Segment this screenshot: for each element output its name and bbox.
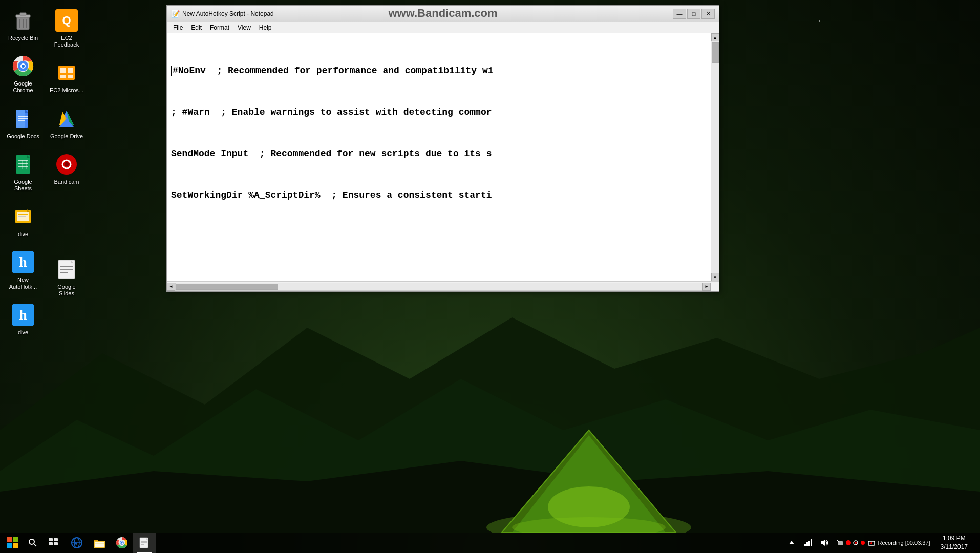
scroll-right-arrow[interactable]: ► xyxy=(702,283,711,291)
google-sheets-label: Google Sheets xyxy=(6,179,40,192)
text-line-1: #NoEnv ; Recommended for performance and… xyxy=(171,64,715,78)
svg-rect-60 xyxy=(7,537,12,542)
desktop-icon-google-docs[interactable]: Google Docs xyxy=(3,103,44,143)
recording-text: Recording [00:03:37] xyxy=(878,540,930,546)
desktop-icon-google-slides[interactable]: dive xyxy=(3,201,44,241)
taskbar-apps: e xyxy=(66,533,156,553)
svg-rect-25 xyxy=(18,120,25,121)
svg-rect-30 xyxy=(18,166,28,167)
notepad-window-icon: 📝 xyxy=(171,10,179,18)
google-chrome-label: Google Chrome xyxy=(6,80,40,94)
notepad-text[interactable]: #NoEnv ; Recommended for performance and… xyxy=(167,33,719,281)
desktop: Recycle Bin Google Chrome xyxy=(0,0,980,553)
desktop-icon-ec2-micros[interactable]: EC2 Micros... xyxy=(46,57,87,97)
menu-view[interactable]: View xyxy=(233,23,255,32)
desktop-icon-recycle-bin[interactable]: Recycle Bin xyxy=(3,5,44,45)
dive2-icon: h xyxy=(11,303,35,327)
svg-rect-37 xyxy=(18,216,26,217)
desktop-icon-ec2-feedback[interactable]: Q EC2 Feedback xyxy=(46,5,87,51)
dive2-label: dive xyxy=(18,329,28,336)
network-icon[interactable] xyxy=(800,533,816,553)
svg-rect-68 xyxy=(49,542,53,545)
scroll-up-arrow[interactable]: ▲ xyxy=(711,33,719,41)
new-autohotkey-icon xyxy=(54,257,79,282)
search-button[interactable] xyxy=(23,533,43,553)
taskbar-app-ie[interactable]: e xyxy=(66,533,88,553)
bandicam-watermark: www.Bandicam.com xyxy=(388,7,497,20)
scroll-thumb-h[interactable] xyxy=(176,284,278,290)
desktop-icon-dive[interactable]: h New AutoHotk... xyxy=(3,247,44,293)
svg-marker-86 xyxy=(789,541,794,544)
svg-rect-36 xyxy=(18,214,28,215)
svg-rect-90 xyxy=(811,539,812,546)
menu-file[interactable]: File xyxy=(169,23,187,32)
svg-rect-69 xyxy=(54,542,58,545)
menu-edit[interactable]: Edit xyxy=(187,23,206,32)
svg-point-64 xyxy=(29,539,34,544)
scroll-thumb-v[interactable] xyxy=(712,42,719,63)
google-slides-label: dive xyxy=(18,231,28,238)
svg-rect-89 xyxy=(808,541,810,546)
svg-point-98 xyxy=(870,542,872,544)
svg-point-54 xyxy=(65,162,69,166)
system-clock[interactable]: 1:09 PM 3/11/2017 xyxy=(934,533,974,553)
ec2-feedback-icon: Q xyxy=(54,8,79,33)
notepad-content[interactable]: #NoEnv ; Recommended for performance and… xyxy=(167,33,719,281)
start-button[interactable] xyxy=(2,533,23,553)
desktop-icon-dive2[interactable]: h dive xyxy=(3,300,44,339)
recording-dot xyxy=(846,540,851,545)
svg-rect-62 xyxy=(7,543,12,548)
horizontal-scrollbar[interactable] xyxy=(175,283,702,291)
svg-rect-63 xyxy=(13,543,18,548)
svg-point-96 xyxy=(861,541,865,545)
cursor xyxy=(171,66,172,76)
text-line-4: SetWorkingDir %A_ScriptDir% ; Ensures a … xyxy=(171,188,715,202)
notepad-footer: ◄ ► xyxy=(167,281,719,291)
svg-rect-39 xyxy=(60,68,66,73)
window-controls: — □ ✕ xyxy=(673,9,715,19)
close-button[interactable]: ✕ xyxy=(701,9,715,19)
google-drive-icon xyxy=(54,107,79,131)
google-docs-label: Google Docs xyxy=(7,133,39,140)
task-view-button[interactable] xyxy=(43,533,63,553)
bandicam-icon xyxy=(54,152,79,177)
recording-indicator: Recording [00:03:37] xyxy=(833,539,934,547)
minimize-button[interactable]: — xyxy=(673,9,686,19)
svg-rect-88 xyxy=(806,542,808,546)
taskbar-app-chrome[interactable] xyxy=(111,533,133,553)
menu-format[interactable]: Format xyxy=(206,23,233,32)
recycle-bin-label: Recycle Bin xyxy=(8,35,38,41)
svg-rect-66 xyxy=(49,538,53,541)
google-sheets-icon xyxy=(11,152,35,177)
text-line-2: ; #Warn ; Enable warnings to assist with… xyxy=(171,105,715,119)
svg-rect-28 xyxy=(18,160,28,161)
taskbar-app-notepad[interactable] xyxy=(133,533,156,553)
svg-rect-41 xyxy=(60,75,66,78)
svg-rect-75 xyxy=(95,542,104,547)
new-autohotkey-label: Google Slides xyxy=(49,284,84,297)
desktop-icon-google-chrome[interactable]: Google Chrome xyxy=(3,51,44,97)
taskbar: e xyxy=(0,533,980,553)
svg-rect-61 xyxy=(13,537,18,542)
maximize-button[interactable]: □ xyxy=(687,9,700,19)
svg-rect-11 xyxy=(20,13,26,15)
scroll-left-arrow[interactable]: ◄ xyxy=(167,283,175,291)
window-titlebar: 📝 New AutoHotkey Script - Notepad www.Ba… xyxy=(167,6,719,22)
system-tray: Recording [00:03:37] 1:09 PM 3/11/2017 xyxy=(783,533,978,553)
ec2-feedback-label: EC2 Feedback xyxy=(49,35,84,48)
menu-help[interactable]: Help xyxy=(255,23,276,32)
show-desktop-button[interactable] xyxy=(974,533,978,553)
desktop-icon-bandicam[interactable]: Bandicam xyxy=(46,149,87,188)
google-slides-icon xyxy=(11,204,35,229)
vertical-scrollbar[interactable]: ▲ ▼ xyxy=(711,33,719,281)
taskbar-app-explorer[interactable] xyxy=(88,533,111,553)
system-tray-expand[interactable] xyxy=(783,533,800,553)
svg-rect-67 xyxy=(54,538,58,541)
desktop-icon-google-drive[interactable]: Google Drive xyxy=(46,103,87,143)
scroll-down-arrow[interactable]: ▼ xyxy=(711,273,719,281)
desktop-icon-google-sheets[interactable]: Google Sheets xyxy=(3,149,44,195)
volume-icon[interactable] xyxy=(816,533,833,553)
ec2-micros-label: EC2 Micros... xyxy=(50,87,83,94)
google-drive-label: Google Drive xyxy=(50,133,83,140)
desktop-icon-new-autohotkey[interactable]: Google Slides xyxy=(46,254,87,300)
